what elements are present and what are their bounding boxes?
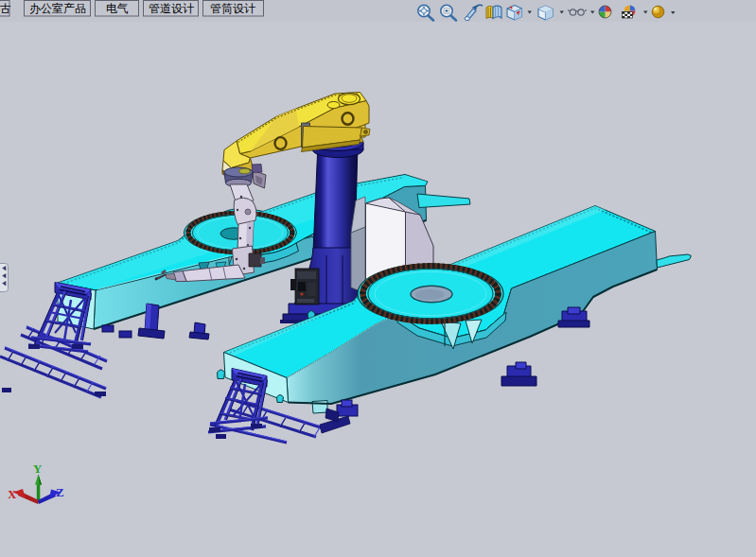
svg-text:电气: 电气 (106, 2, 129, 15)
svg-text:管筒设计: 管筒设计 (210, 2, 255, 15)
svg-text:办公室产品: 办公室产品 (29, 2, 86, 15)
svg-text:Z: Z (56, 485, 64, 499)
svg-text:Y: Y (33, 461, 43, 476)
svg-text:X: X (8, 487, 17, 501)
svg-text:管道设计: 管道设计 (149, 2, 194, 15)
svg-text:古: 古 (0, 2, 11, 15)
